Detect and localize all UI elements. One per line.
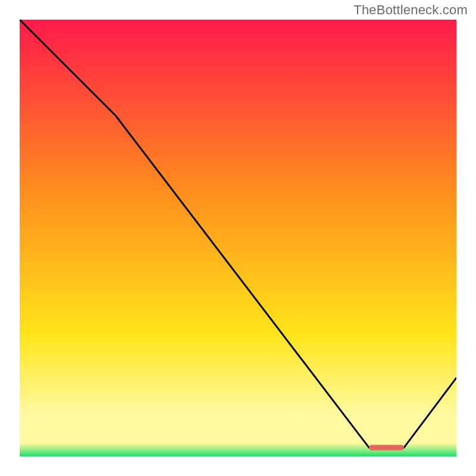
chart-stage: TheBottleneck.com [0,0,476,476]
plot-area [20,20,456,456]
plot-svg [20,20,456,456]
optimal-range-marker [369,445,404,450]
watermark-text: TheBottleneck.com [353,2,468,18]
